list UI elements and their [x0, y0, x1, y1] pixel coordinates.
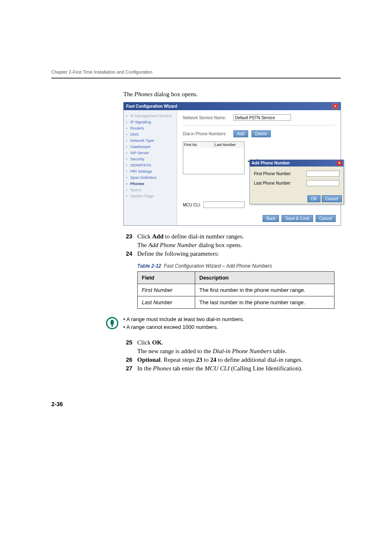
- t: MCU CLI: [205, 365, 229, 372]
- t: to define additional dial-in ranges.: [217, 356, 303, 363]
- t: 24: [210, 356, 217, 363]
- add-button[interactable]: Add: [233, 130, 248, 137]
- t: Click: [137, 233, 152, 240]
- t: Click: [137, 339, 152, 346]
- caption-text: Fast Configuration Wizard – Add Phone Nu…: [164, 263, 272, 269]
- first-phone-label: First Phone Number: [254, 171, 291, 176]
- t: to define dial-in number ranges.: [164, 233, 244, 240]
- delete-button[interactable]: Delete: [251, 130, 271, 137]
- t: Dial-in Phone Numbers: [213, 348, 272, 354]
- mcu-cli-label: MCU CLI:: [183, 203, 201, 207]
- separator: [183, 125, 335, 125]
- fast-config-wizard: Fast Configuration Wizard × IP Managemen…: [123, 102, 341, 226]
- td-desc: The first number in the phone number ran…: [195, 284, 334, 296]
- chapter-label: Chapter 2-First Time Installation and Co…: [51, 69, 152, 74]
- wizard-sidebar: IP Management Service IP Signaling Route…: [124, 110, 177, 225]
- t: . Repeat steps: [161, 356, 196, 363]
- t: The new range is added to the: [137, 348, 213, 354]
- t: Add Phone Number: [148, 242, 197, 248]
- th-desc: Description: [195, 272, 334, 284]
- t: (Calling Line Identification).: [230, 365, 302, 372]
- sidebar-item[interactable]: System Flags: [125, 193, 175, 199]
- sidebar-item[interactable]: DNS: [125, 131, 175, 137]
- note-item: A range must include at least two dial-i…: [123, 316, 244, 322]
- sidebar-item[interactable]: Spans: [125, 187, 175, 193]
- t: tab enter the: [171, 365, 205, 372]
- pushpin-icon: [106, 317, 118, 329]
- t: The: [137, 242, 148, 248]
- wizard-titlebar: Fast Configuration Wizard ×: [124, 102, 341, 110]
- td-desc: The last number in the phone number rang…: [195, 296, 334, 309]
- cancel-button[interactable]: Cancel: [316, 215, 336, 222]
- col-last: Last Number: [214, 142, 244, 148]
- t: OK: [152, 339, 161, 346]
- t: Add: [152, 233, 164, 240]
- sidebar-item[interactable]: SIP Server: [125, 150, 175, 156]
- td-field: First Number: [138, 284, 195, 296]
- td-field: Last Number: [138, 296, 195, 309]
- chapter-header: Chapter 2-First Time Installation and Co…: [51, 68, 341, 79]
- t: Define the following parameters:: [137, 250, 219, 257]
- add-phone-number-dialog: Add Phone Number × First Phone Number La…: [249, 160, 344, 204]
- table-caption: Table 2-12 Fast Configuration Wizard – A…: [137, 263, 334, 269]
- sidebar-item[interactable]: Security: [125, 156, 175, 162]
- t: Optional: [137, 356, 161, 363]
- sidebar-item[interactable]: Span Definition: [125, 174, 175, 180]
- step-25: 25 Click OK. The new range is added to t…: [123, 339, 334, 355]
- step-num: 24: [123, 250, 132, 257]
- step-num: 27: [123, 365, 132, 372]
- sidebar-item-phones[interactable]: Phones: [125, 180, 175, 187]
- step-27: 27 In the Phones tab enter the MCU CLI (…: [123, 365, 334, 372]
- cancel-button[interactable]: Cancel: [322, 195, 342, 202]
- last-phone-input[interactable]: [307, 180, 339, 186]
- wizard-title-text: Fast Configuration Wizard: [126, 104, 177, 109]
- step-24: 24 Define the following parameters:: [123, 250, 334, 257]
- t: to: [202, 356, 210, 363]
- mcu-cli-input[interactable]: [203, 201, 244, 208]
- caption-label: Table 2-12: [137, 263, 161, 269]
- table-body: [183, 148, 244, 174]
- back-button[interactable]: Back: [263, 215, 279, 222]
- sidebar-item[interactable]: Gatekeeper: [125, 143, 175, 150]
- first-phone-input[interactable]: [307, 171, 339, 177]
- note-item: A range cannot exceed 1000 numbers.: [123, 324, 244, 330]
- intro-post: dialog box opens.: [152, 91, 198, 97]
- step-num: 25: [123, 339, 132, 355]
- t: dialog box opens.: [197, 242, 242, 248]
- intro-pre: The: [123, 91, 134, 97]
- sidebar-item[interactable]: IP Management Service: [125, 113, 175, 119]
- dpn-label: Dial-in Phone Numbers:: [183, 132, 230, 136]
- step-num: 26: [123, 356, 132, 363]
- note-block: A range must include at least two dial-i…: [106, 316, 334, 332]
- page-number: 2-36: [51, 401, 392, 407]
- t: table.: [272, 348, 287, 354]
- close-icon[interactable]: ×: [332, 104, 338, 109]
- sidebar-item[interactable]: PRI Settings: [125, 168, 175, 174]
- last-phone-label: Last Phone Number: [254, 181, 291, 185]
- intro-em: Phones: [134, 91, 152, 97]
- step-23: 23 Click Add to define dial-in number ra…: [123, 233, 334, 249]
- intro-line: The Phones dialog box opens.: [123, 91, 334, 98]
- inner-title-text: Add Phone Number: [251, 161, 290, 166]
- sidebar-item[interactable]: ISDN/PSTN: [125, 162, 175, 168]
- close-icon[interactable]: ×: [337, 161, 342, 166]
- step-num: 23: [123, 233, 132, 249]
- t: In the: [137, 365, 153, 372]
- t: 23: [196, 356, 202, 363]
- t: .: [162, 339, 164, 346]
- params-table: Field Description First Number The first…: [137, 271, 334, 309]
- sidebar-item[interactable]: Network Type: [125, 137, 175, 143]
- th-field: Field: [138, 272, 195, 284]
- nsn-label: Network Service Name:: [183, 116, 230, 120]
- t: Phones: [153, 365, 171, 372]
- step-26: 26 Optional. Repeat steps 23 to 24 to de…: [123, 356, 334, 363]
- save-continue-button[interactable]: Save & Conti: [281, 215, 313, 222]
- ok-button[interactable]: OK: [307, 195, 321, 202]
- sidebar-item[interactable]: IP Signaling: [125, 119, 175, 125]
- sidebar-item[interactable]: Routers: [125, 125, 175, 131]
- nsn-input[interactable]: [233, 114, 291, 121]
- col-first: First Nu: [183, 142, 214, 148]
